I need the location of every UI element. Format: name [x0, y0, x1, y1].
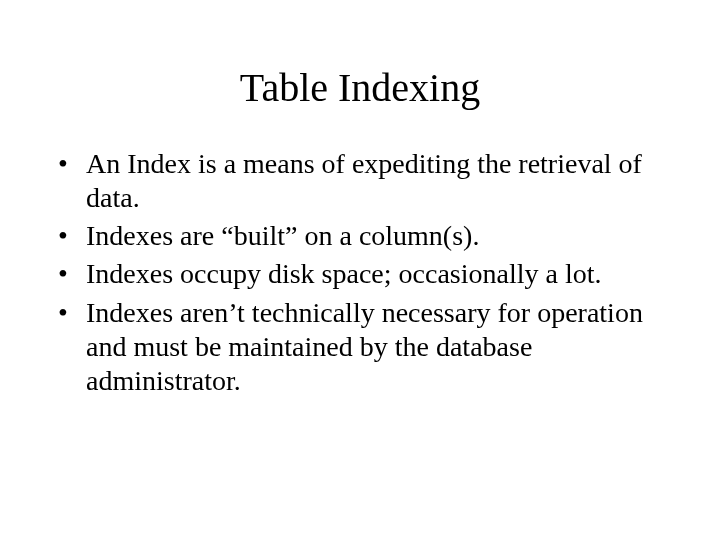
list-item: Indexes occupy disk space; occasionally … [58, 257, 672, 291]
list-item: Indexes are “built” on a column(s). [58, 219, 672, 253]
slide-title: Table Indexing [48, 64, 672, 111]
list-item: Indexes aren’t technically necessary for… [58, 296, 672, 398]
bullet-list: An Index is a means of expediting the re… [48, 147, 672, 398]
slide: Table Indexing An Index is a means of ex… [0, 0, 720, 540]
list-item: An Index is a means of expediting the re… [58, 147, 672, 215]
